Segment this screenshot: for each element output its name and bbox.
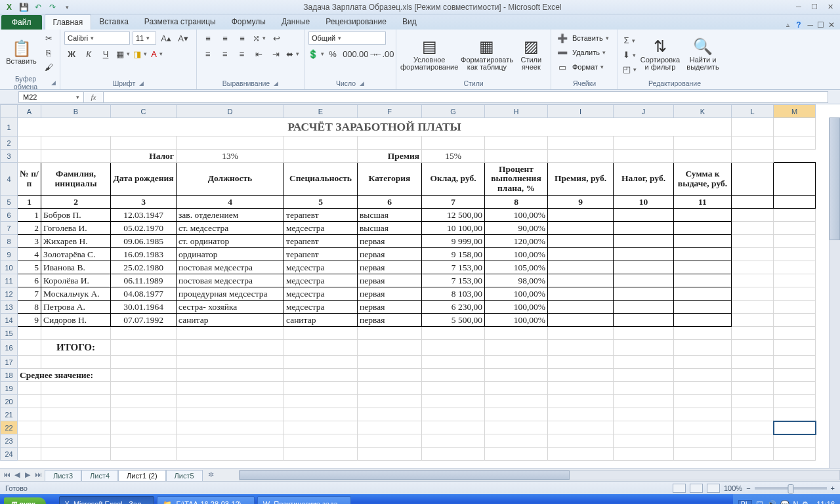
view-normal-icon[interactable]: [673, 484, 686, 493]
fill-color-icon[interactable]: ◨: [133, 47, 147, 60]
row-header[interactable]: 17: [1, 356, 18, 369]
sort-filter-button[interactable]: ⇅Сортировка и фильтр: [639, 38, 681, 71]
row-header[interactable]: 10: [1, 261, 18, 274]
tray-icon[interactable]: ⚙: [802, 500, 808, 505]
column-header[interactable]: J: [614, 105, 674, 118]
sheet-nav-prev-icon[interactable]: ◀: [12, 471, 22, 479]
tray-icon[interactable]: 🔊: [767, 500, 776, 505]
row-header[interactable]: 7: [1, 222, 18, 235]
sheet-tab[interactable]: Лист3: [45, 470, 81, 481]
language-indicator[interactable]: RL: [738, 500, 752, 505]
ribbon-tab[interactable]: Данные: [274, 14, 318, 30]
zoom-out-icon[interactable]: −: [746, 484, 750, 492]
close-icon[interactable]: ✕: [824, 3, 836, 11]
column-header[interactable]: H: [485, 105, 548, 118]
underline-icon[interactable]: Ч: [98, 47, 113, 60]
merge-icon[interactable]: ⬌: [285, 47, 300, 60]
restore-icon[interactable]: ☐: [808, 3, 820, 11]
sheet-nav-last-icon[interactable]: ⏭: [33, 471, 43, 479]
find-select-button[interactable]: 🔍Найти и выделить: [684, 38, 722, 71]
sheet-nav-first-icon[interactable]: ⏮: [1, 471, 12, 479]
autosum-icon[interactable]: Σ: [622, 34, 637, 47]
row-header[interactable]: 14: [1, 314, 18, 327]
column-header[interactable]: A: [18, 105, 41, 118]
clipboard-launcher-icon[interactable]: ◢: [51, 79, 56, 86]
alignment-launcher-icon[interactable]: ◢: [274, 80, 278, 87]
vertical-scrollbar[interactable]: [829, 117, 840, 468]
row-header[interactable]: 16: [1, 340, 18, 356]
increase-decimal-icon[interactable]: .00→: [360, 47, 374, 60]
file-tab[interactable]: Файл: [1, 15, 42, 30]
column-header[interactable]: L: [732, 105, 774, 118]
number-format-select[interactable]: Общий: [308, 32, 386, 45]
fill-icon[interactable]: ⬇: [622, 49, 637, 62]
row-header[interactable]: 4: [1, 163, 18, 196]
ribbon-tab[interactable]: Рецензирование: [318, 14, 394, 30]
indent-dec-icon[interactable]: ⇤: [251, 47, 266, 60]
percent-icon[interactable]: %: [326, 47, 340, 60]
help-icon[interactable]: ?: [793, 20, 803, 30]
column-header[interactable]: G: [422, 105, 485, 118]
number-launcher-icon[interactable]: ◢: [360, 80, 364, 87]
cells-delete-icon[interactable]: ➖: [555, 46, 570, 59]
taskbar-button[interactable]: WПрактические зада…: [257, 496, 351, 504]
select-all-corner[interactable]: [1, 105, 18, 118]
ribbon-tab[interactable]: Вставка: [91, 14, 136, 30]
row-header[interactable]: 18: [1, 369, 18, 382]
window-restore-icon[interactable]: ☐: [817, 20, 824, 30]
column-header[interactable]: F: [358, 105, 422, 118]
clear-icon[interactable]: ◰: [622, 63, 637, 76]
new-sheet-icon[interactable]: ✲: [203, 471, 219, 479]
ribbon-tab[interactable]: Главная: [45, 14, 92, 30]
sheet-tab[interactable]: Лист4: [81, 470, 118, 481]
row-header[interactable]: 9: [1, 248, 18, 261]
zoom-in-icon[interactable]: +: [831, 484, 835, 492]
start-button[interactable]: ⊞пуск: [4, 497, 46, 505]
column-header[interactable]: I: [548, 105, 614, 118]
ribbon-tab[interactable]: Формулы: [224, 14, 274, 30]
font-color-icon[interactable]: A: [150, 47, 164, 60]
row-header[interactable]: 21: [1, 408, 18, 421]
undo-icon[interactable]: ↶: [33, 2, 43, 12]
tray-icon[interactable]: N: [793, 500, 799, 504]
ribbon-tab[interactable]: Разметка страницы: [136, 14, 224, 30]
border-icon[interactable]: ▦: [116, 47, 130, 60]
minimize-icon[interactable]: ─: [793, 3, 805, 11]
view-layout-icon[interactable]: [690, 484, 703, 493]
row-header[interactable]: 24: [1, 448, 18, 461]
italic-icon[interactable]: К: [81, 47, 96, 60]
fx-icon[interactable]: fx: [84, 91, 104, 103]
row-header[interactable]: 1: [1, 118, 18, 136]
cells-format-button[interactable]: Формат: [572, 63, 598, 71]
align-bottom-icon[interactable]: ≡: [235, 32, 249, 45]
conditional-format-button[interactable]: ▤Условное форматирование: [400, 38, 458, 71]
ribbon-tab[interactable]: Вид: [394, 14, 425, 30]
cut-icon[interactable]: ✂: [41, 32, 56, 45]
row-header[interactable]: 2: [1, 136, 18, 150]
ribbon-minimize-icon[interactable]: ▵: [786, 21, 789, 28]
wrap-text-icon[interactable]: ↩: [269, 32, 284, 45]
row-header[interactable]: 12: [1, 287, 18, 301]
align-center-icon[interactable]: ≡: [218, 47, 232, 60]
currency-icon[interactable]: 💲: [308, 47, 323, 60]
align-right-icon[interactable]: ≡: [235, 47, 249, 60]
font-launcher-icon[interactable]: ◢: [139, 80, 144, 87]
tray-icon[interactable]: 🛡: [756, 500, 763, 504]
row-header[interactable]: 3: [1, 150, 18, 163]
column-header[interactable]: K: [674, 105, 732, 118]
cells-insert-button[interactable]: Вставить: [572, 34, 603, 42]
format-painter-icon[interactable]: 🖌: [41, 60, 56, 74]
window-close-icon[interactable]: ✕: [828, 20, 835, 30]
bold-icon[interactable]: Ж: [64, 47, 79, 60]
row-header[interactable]: 20: [1, 395, 18, 408]
active-cell[interactable]: [774, 421, 816, 434]
column-header[interactable]: C: [111, 105, 177, 118]
formula-input[interactable]: [104, 91, 828, 103]
paste-button[interactable]: 📋 Вставить: [4, 40, 39, 66]
decrease-decimal-icon[interactable]: ←.00: [377, 47, 391, 60]
align-left-icon[interactable]: ≡: [201, 47, 215, 60]
row-header[interactable]: 8: [1, 235, 18, 248]
view-break-icon[interactable]: [707, 484, 720, 493]
indent-inc-icon[interactable]: ⇥: [268, 47, 283, 60]
column-header[interactable]: E: [284, 105, 358, 118]
